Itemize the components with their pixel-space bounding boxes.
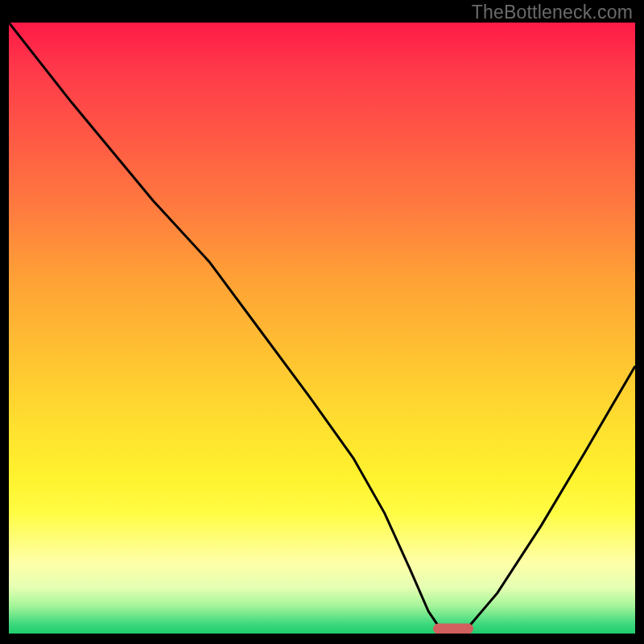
curve-path <box>9 23 635 630</box>
plot-area <box>9 23 635 636</box>
watermark-text: TheBottleneck.com <box>472 2 633 23</box>
chart-frame: TheBottleneck.com <box>0 0 644 644</box>
x-axis-line <box>9 634 635 636</box>
optimum-marker-pill <box>433 623 473 634</box>
bottleneck-curve <box>9 23 635 636</box>
